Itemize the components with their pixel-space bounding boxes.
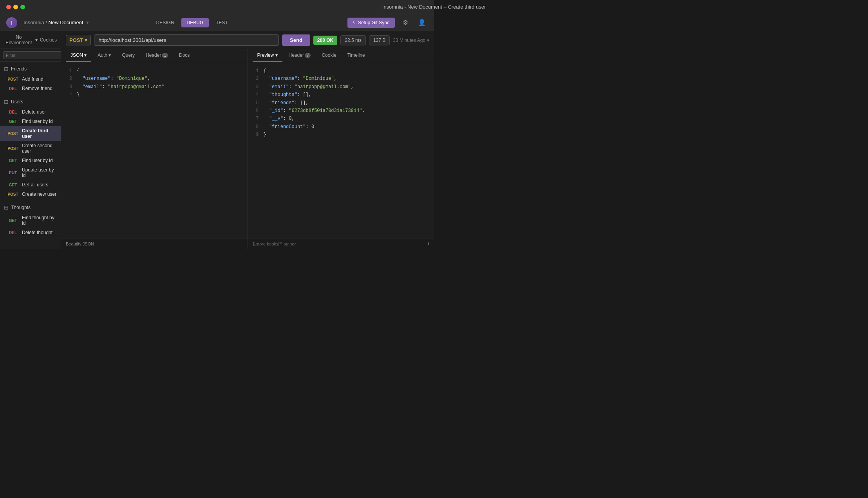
folder-icon: ⊟ (4, 204, 9, 211)
code-line: 3 "email": "hairpopp@gmail.com", (253, 83, 430, 91)
method-badge-put: PUT (7, 171, 19, 175)
sidebar-item-update-user[interactable]: PUT Update user by id (0, 165, 61, 180)
item-label: Find user by id (22, 119, 53, 124)
item-label: Create third user (22, 128, 57, 139)
response-body-panel: 1 { 2 "username": "Dominique", 3 "email"… (248, 62, 434, 249)
environment-selector[interactable]: No Environment ▾ (4, 34, 38, 45)
sidebar-group-header-friends[interactable]: ⊟ Friends (0, 63, 61, 74)
item-label: Add friend (22, 76, 43, 82)
method-badge-post: POST (7, 146, 19, 151)
status-badge: 200 OK (313, 36, 337, 45)
tab-timeline[interactable]: Timeline (343, 49, 370, 62)
cookies-button[interactable]: Cookies (40, 37, 57, 43)
folder-icon: ⊟ (4, 99, 9, 105)
group-label-users: Users (11, 99, 23, 105)
sidebar-item-find-thought[interactable]: GET Find thought by id (0, 213, 61, 228)
send-button[interactable]: Send (282, 34, 310, 46)
breadcrumb: Insomnia / New Document ▾ (24, 20, 90, 25)
beautify-button[interactable]: Beautify JSON (66, 242, 94, 246)
response-bottom-bar: $.store.books[*].author ℹ (248, 238, 434, 249)
chevron-down-icon: ▾ (35, 37, 38, 43)
method-badge-get: GET (7, 159, 19, 163)
sidebar-item-add-friend[interactable]: POST Add friend (0, 74, 61, 84)
request-bottom-bar: Beautify JSON (61, 238, 248, 249)
sidebar-item-find-user-2[interactable]: GET Find user by id (0, 156, 61, 165)
tab-cookie[interactable]: Cookie (317, 49, 341, 62)
timing-badge: 22.5 ms (340, 35, 366, 45)
folder-icon: ⊟ (4, 66, 9, 72)
time-ago: 33 Minutes Ago ▾ (393, 38, 429, 43)
sidebar: No Environment ▾ Cookies ⇅ +▾ ⊟ Friends … (0, 31, 61, 249)
close-btn[interactable] (6, 5, 11, 9)
sidebar-item-create-second-user[interactable]: POST Create second user (0, 141, 61, 156)
method-dropdown-icon: ▾ (85, 37, 87, 43)
tab-docs[interactable]: Docs (174, 49, 194, 62)
time-ago-label: 33 Minutes Ago (393, 38, 425, 43)
sidebar-group-thoughts: ⊟ Thoughts GET Find thought by id DEL De… (0, 200, 61, 239)
header-badge: 1 (162, 53, 168, 58)
sidebar-group-header-thoughts[interactable]: ⊟ Thoughts (0, 202, 61, 213)
request-area: POST ▾ Send 200 OK 22.5 ms 137 B 33 Minu… (61, 31, 434, 249)
sidebar-group-users: ⊟ Users DEL Delete user GET Find user by… (0, 95, 61, 200)
request-tab-row: JSON ▾ Auth ▾ Query Header1 Docs (61, 49, 248, 62)
settings-icon[interactable]: ⚙ (400, 17, 411, 29)
titlebar: Insomnia - New Document – Create third u… (0, 0, 434, 14)
env-label: No Environment (4, 34, 34, 45)
tab-test[interactable]: TEST (210, 18, 233, 27)
tab-header[interactable]: Header1 (141, 49, 173, 62)
method-badge-del: DEL (7, 231, 19, 235)
sidebar-item-delete-thought[interactable]: DEL Delete thought (0, 228, 61, 237)
code-line: 1 { (253, 67, 430, 75)
sidebar-item-create-new-user[interactable]: POST Create new user (0, 189, 61, 199)
window-title: Insomnia - New Document – Create third u… (382, 4, 434, 10)
chevron-icon: ▾ (86, 20, 89, 25)
sidebar-item-get-all-users[interactable]: GET Get all users (0, 180, 61, 189)
sidebar-item-remove-friend[interactable]: DEL Remove friend (0, 84, 61, 93)
item-label: Update user by id (22, 167, 57, 178)
method-selector[interactable]: POST ▾ (66, 35, 91, 45)
request-body-panel: 1 { 2 "username": "Dominique", 3 "email"… (61, 62, 248, 249)
sidebar-group-header-users[interactable]: ⊟ Users (0, 96, 61, 107)
code-line: 4 } (66, 91, 243, 99)
item-label: Get all users (22, 182, 48, 188)
tab-auth[interactable]: Auth ▾ (93, 49, 116, 62)
sidebar-group-friends: ⊟ Friends POST Add friend DEL Remove fri… (0, 62, 61, 95)
method-label: POST (69, 37, 83, 43)
info-icon: ℹ (428, 241, 429, 246)
maximize-btn[interactable] (20, 5, 25, 9)
code-line: 1 { (66, 67, 243, 75)
traffic-lights (6, 5, 25, 9)
setup-git-button[interactable]: ⑂ Setup Git Sync (347, 18, 395, 28)
panels-tab-container: JSON ▾ Auth ▾ Query Header1 Docs Preview… (61, 49, 434, 62)
item-label: Delete user (22, 109, 46, 115)
tab-res-header[interactable]: Header7 (284, 49, 316, 62)
tab-debug[interactable]: DEBUG (181, 18, 209, 27)
main-layout: No Environment ▾ Cookies ⇅ +▾ ⊟ Friends … (0, 31, 434, 249)
sidebar-item-find-user-1[interactable]: GET Find user by id (0, 117, 61, 126)
tab-query[interactable]: Query (117, 49, 139, 62)
code-line: 8 "friendCount": 0 (253, 123, 430, 131)
minimize-btn[interactable] (13, 5, 18, 9)
nav-right: ⑂ Setup Git Sync ⚙ 👤 (347, 17, 428, 29)
setup-git-label: Setup Git Sync (358, 20, 389, 25)
url-input[interactable] (94, 34, 279, 46)
filter-bar: ⇅ +▾ (0, 49, 61, 62)
size-badge: 137 B (369, 35, 390, 45)
git-icon: ⑂ (353, 20, 356, 25)
res-header-badge: 7 (305, 53, 311, 58)
tab-design[interactable]: DESIGN (151, 18, 180, 27)
bottom-right: ℹ (428, 241, 429, 246)
code-line: 5 "friends": [], (253, 99, 430, 107)
tab-json[interactable]: JSON ▾ (66, 49, 91, 62)
sidebar-item-create-third-user[interactable]: POST Create third user (0, 126, 61, 141)
user-icon[interactable]: 👤 (416, 17, 428, 29)
code-line: 2 "username": "Dominique", (66, 75, 243, 83)
code-line: 6 "_id": "6273db8f501a70d31a173914", (253, 107, 430, 115)
sidebar-item-delete-user[interactable]: DEL Delete user (0, 107, 61, 117)
sidebar-toolbar: No Environment ▾ Cookies (0, 31, 61, 49)
item-label: Create new user (22, 191, 56, 197)
tab-preview[interactable]: Preview ▾ (253, 49, 282, 62)
code-line: 3 "email": "hairpopp@gmail.com" (66, 83, 243, 91)
breadcrumb-current: New Document (49, 20, 83, 25)
filter-input[interactable] (3, 51, 61, 59)
